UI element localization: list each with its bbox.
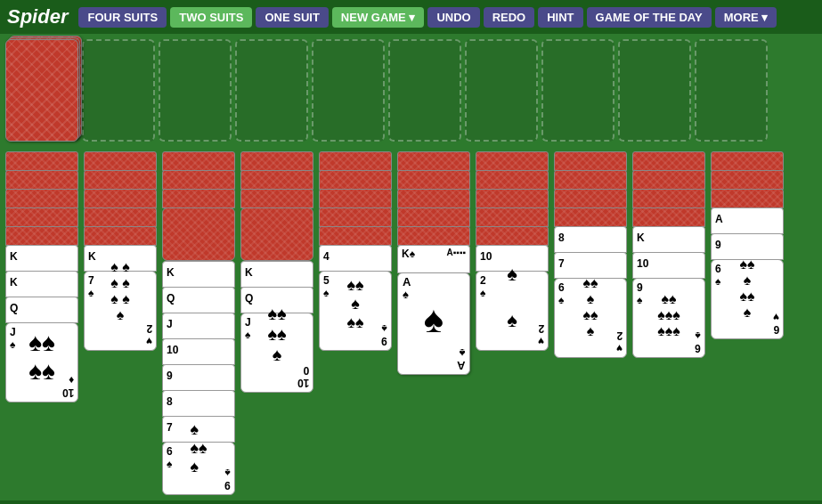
- one-suit-button[interactable]: ONE SUIT: [256, 7, 328, 28]
- facedown-card: [84, 207, 157, 227]
- card-6-spade-bottom[interactable]: 6♠ ♠♠♠♠ 9♠: [162, 442, 235, 495]
- card-j-spade-bottom[interactable]: J♠ ♠♠♠♠ 10♦: [5, 322, 78, 402]
- facedown-card: [632, 189, 705, 208]
- hint-button[interactable]: HINT: [538, 7, 582, 28]
- card-5-spade-bottom[interactable]: 5♠ ♠♠ ♠♠♠ 9♠: [319, 271, 392, 351]
- card-ace-spade[interactable]: A♠ ♠ A♠: [397, 272, 470, 375]
- column-8: 8♠ 7♠ 6♠ ♠♠ ♠♠♠ ♠ ♥2: [554, 151, 629, 495]
- empty-col-5: [312, 39, 385, 142]
- empty-col-4: [235, 39, 308, 142]
- facedown-card: [397, 189, 470, 208]
- facedown-card: [476, 151, 549, 171]
- column-9: K♠ 10♠ 9♠ ♠♠♠♠♠♠♠♠ 6♠: [632, 151, 707, 495]
- card-6-spade-bottom[interactable]: 6♠ ♠♠ ♠♠♠ ♠ 6♥: [711, 259, 784, 339]
- facedown-card: [711, 189, 784, 208]
- facedown-card: [397, 151, 470, 171]
- card-8-spade[interactable]: 8♠: [554, 226, 627, 253]
- facedown-card: [240, 189, 313, 208]
- column-2: K♠ 7♠ ♥2 ♠ ♠♠ ♠♠ ♠♠: [84, 151, 159, 495]
- game-area: K♠ K♠ Q♠ J♠ ♠♠♠♠ 10♦ K♠: [0, 34, 822, 500]
- facedown-card: [5, 170, 78, 190]
- facedown-card: [476, 207, 549, 227]
- empty-col-2: [82, 39, 155, 142]
- facedown-card-last: [240, 207, 313, 261]
- card-2-spade-bottom[interactable]: 2♠ ♠♠ ♥2: [476, 271, 549, 351]
- empty-col-9: [618, 39, 691, 142]
- facedown-card: [319, 151, 392, 171]
- new-game-button[interactable]: NEW GAME ▾: [332, 7, 425, 28]
- facedown-card: [554, 151, 627, 171]
- top-row: [5, 39, 817, 146]
- card-6-spade-bottom[interactable]: 6♠ ♠♠ ♠♠♠ ♠ ♥2: [554, 278, 627, 358]
- facedown-card: [84, 151, 157, 171]
- card-q-spade[interactable]: Q♠: [162, 287, 235, 313]
- empty-col-7: [465, 39, 538, 142]
- card-k-spade[interactable]: K♠: [240, 261, 313, 288]
- facedown-card: [319, 170, 392, 190]
- card-a-spade[interactable]: A♠: [711, 207, 784, 234]
- four-suits-button[interactable]: FOUR SUITS: [78, 7, 167, 28]
- card-k-spade[interactable]: K♠: [5, 245, 78, 272]
- facedown-card: [711, 151, 784, 171]
- card-k-spade[interactable]: K♠: [632, 226, 705, 253]
- facedown-card: [84, 189, 157, 208]
- card-k-spade[interactable]: K♠ A▪▪▪▪: [397, 245, 470, 273]
- card-10-spade[interactable]: 10♠: [162, 338, 235, 365]
- facedown-card: [162, 189, 235, 208]
- facedown-card: [632, 151, 705, 171]
- facedown-card: [162, 151, 235, 171]
- card-4-spade[interactable]: 4♠: [319, 245, 392, 272]
- facedown-card: [319, 207, 392, 227]
- facedown-card: [554, 207, 627, 227]
- empty-col-10: [695, 39, 768, 142]
- column-10: A♠ 9♠ 6♠ ♠♠ ♠♠♠ ♠ 6♥: [711, 151, 785, 495]
- card-k-spade[interactable]: K♠: [162, 261, 235, 288]
- card-8-spade[interactable]: 8♠: [162, 390, 235, 417]
- game-of-day-button[interactable]: GAME OF THE DAY: [587, 7, 712, 28]
- column-5: 4♠ 5♠ ♠♠ ♠♠♠ 9♠: [319, 151, 394, 495]
- facedown-card: [5, 151, 78, 171]
- card-j-spade[interactable]: J♠: [162, 313, 235, 339]
- undo-button[interactable]: UNDO: [427, 7, 479, 28]
- facedown-card: [5, 189, 78, 208]
- facedown-card: [397, 226, 470, 246]
- columns-wrap: K♠ K♠ Q♠ J♠ ♠♠♠♠ 10♦ K♠: [5, 151, 817, 495]
- card-7-spade[interactable]: 7♠ ♥2 ♠ ♠♠ ♠♠ ♠♠: [84, 271, 157, 351]
- card-k-spade[interactable]: K♠: [5, 271, 78, 297]
- facedown-card: [240, 151, 313, 171]
- column-4: K♠ Q♠ J♠ ♠♠♠♠♠ 100: [240, 151, 315, 495]
- facedown-card: [162, 170, 235, 190]
- facedown-card: [476, 170, 549, 190]
- facedown-card: [5, 207, 78, 227]
- facedown-card: [476, 226, 549, 246]
- facedown-card: [319, 226, 392, 246]
- card-j-bottom[interactable]: J♠ ♠♠♠♠♠ 100: [240, 313, 313, 393]
- card-9-spade-bottom[interactable]: 9♠ ♠♠♠♠♠♠♠♠ 6♠: [632, 278, 705, 358]
- card-10-spade[interactable]: 10♠: [632, 252, 705, 279]
- stock-pile[interactable]: [5, 39, 78, 142]
- facedown-card: [632, 170, 705, 190]
- facedown-card: [554, 189, 627, 208]
- header: Spider FOUR SUITS TWO SUITS ONE SUIT NEW…: [0, 0, 822, 34]
- facedown-card: [397, 170, 470, 190]
- column-1: K♠ K♠ Q♠ J♠ ♠♠♠♠ 10♦: [5, 151, 80, 495]
- column-7: 10♠ 2♠ ♠♠ ♥2: [476, 151, 550, 495]
- card-rank-top: A♠: [403, 276, 411, 302]
- logo: Spider: [7, 5, 68, 28]
- two-suits-button[interactable]: TWO SUITS: [170, 7, 252, 28]
- facedown-card: [240, 170, 313, 190]
- card-9-spade[interactable]: 9♠: [162, 364, 235, 391]
- redo-button[interactable]: REDO: [484, 7, 535, 28]
- card-center-suit: ♠: [424, 298, 444, 341]
- facedown-card: [711, 170, 784, 190]
- facedown-card: [632, 207, 705, 227]
- card-q-spade[interactable]: Q♠: [5, 297, 78, 323]
- facedown-card: [476, 189, 549, 208]
- facedown-card: [554, 170, 627, 190]
- empty-col-6: [388, 39, 461, 142]
- facedown-card: [84, 226, 157, 246]
- facedown-card: [397, 207, 470, 227]
- facedown-card-last: [162, 207, 235, 261]
- more-button[interactable]: MORE ▾: [715, 7, 777, 28]
- empty-col-8: [541, 39, 614, 142]
